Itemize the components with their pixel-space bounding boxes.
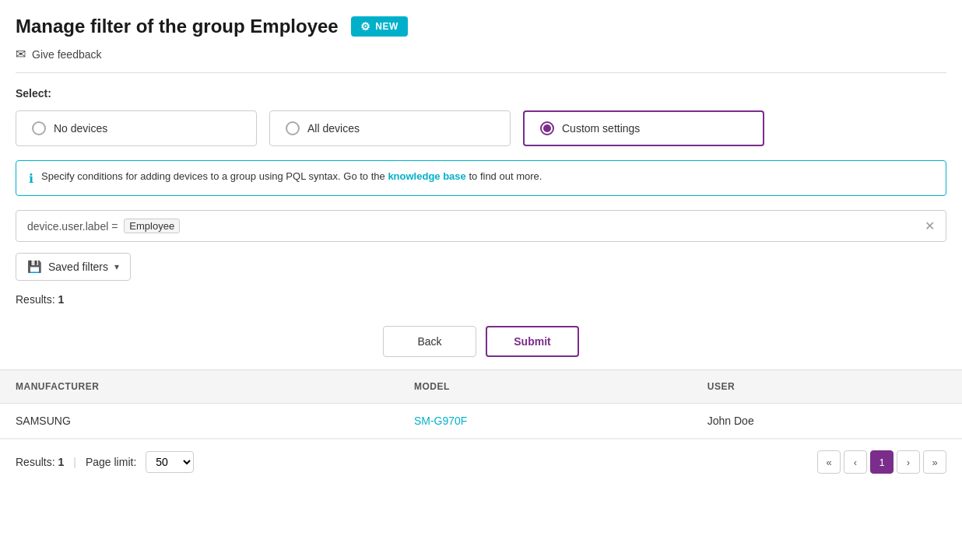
feedback-button[interactable]: ✉ Give feedback: [16, 47, 946, 61]
radio-circle-no-devices: [32, 121, 46, 135]
pagination-page-1[interactable]: 1: [870, 450, 894, 474]
envelope-icon: ✉: [16, 47, 26, 61]
page-title: Manage filter of the group Employee: [16, 16, 339, 37]
filter-query-prefix: device.user.label =: [27, 220, 118, 233]
col-model: MODEL: [398, 370, 692, 404]
filter-query: device.user.label = Employee: [27, 219, 180, 233]
table-section: MANUFACTURER MODEL USER SAMSUNG SM-G970F…: [0, 369, 962, 485]
filter-query-tag: Employee: [124, 219, 180, 233]
radio-label-custom-settings: Custom settings: [562, 122, 640, 135]
radio-circle-all-devices: [286, 121, 300, 135]
clear-filter-button[interactable]: ✕: [925, 219, 935, 233]
back-button[interactable]: Back: [383, 326, 476, 357]
radio-circle-custom-settings: [540, 121, 554, 135]
results-count-text: Results: 1: [16, 293, 946, 306]
page-limit-select[interactable]: 10 25 50 100: [146, 451, 194, 473]
radio-label-all-devices: All devices: [307, 122, 360, 135]
table-footer: Results: 1 | Page limit: 10 25 50 100 « …: [0, 439, 962, 485]
select-label: Select:: [16, 87, 946, 100]
feedback-label: Give feedback: [32, 48, 102, 61]
devices-table: MANUFACTURER MODEL USER SAMSUNG SM-G970F…: [0, 370, 962, 439]
saved-filters-icon: 💾: [27, 260, 42, 274]
header-row: Manage filter of the group Employee ⚙ NE…: [16, 16, 946, 37]
saved-filters-label: Saved filters: [48, 261, 108, 273]
chevron-down-icon: ▾: [114, 261, 119, 272]
cell-model[interactable]: SM-G970F: [398, 404, 692, 439]
new-badge-icon: ⚙: [360, 20, 371, 33]
info-box: ℹ Specify conditions for adding devices …: [16, 160, 946, 196]
table-header-row: MANUFACTURER MODEL USER: [0, 370, 962, 404]
footer-left: Results: 1 | Page limit: 10 25 50 100: [16, 451, 194, 473]
radio-all-devices[interactable]: All devices: [269, 110, 511, 146]
col-user: USER: [692, 370, 962, 404]
cell-manufacturer: SAMSUNG: [0, 404, 398, 439]
pagination-last[interactable]: »: [923, 450, 946, 474]
cell-user: John Doe: [692, 404, 962, 439]
radio-group: No devices All devices Custom settings: [16, 110, 946, 146]
pagination-first[interactable]: «: [817, 450, 841, 474]
footer-divider: |: [73, 456, 76, 468]
saved-filters-button[interactable]: 💾 Saved filters ▾: [16, 253, 131, 281]
info-text: Specify conditions for adding devices to…: [41, 170, 542, 182]
radio-custom-settings[interactable]: Custom settings: [523, 110, 764, 146]
submit-button[interactable]: Submit: [486, 326, 579, 357]
filter-input-row[interactable]: device.user.label = Employee ✕: [16, 210, 946, 242]
col-manufacturer: MANUFACTURER: [0, 370, 398, 404]
pagination: « ‹ 1 › »: [817, 450, 946, 474]
page-limit-label: Page limit:: [86, 456, 136, 468]
radio-label-no-devices: No devices: [54, 122, 107, 135]
knowledge-base-link[interactable]: knowledge base: [388, 170, 465, 182]
new-badge: ⚙ NEW: [351, 16, 408, 37]
radio-no-devices[interactable]: No devices: [16, 110, 257, 146]
divider: [16, 72, 946, 73]
info-icon: ℹ: [29, 171, 33, 186]
footer-results-text: Results: 1: [16, 456, 64, 468]
pagination-next[interactable]: ›: [897, 450, 920, 474]
action-buttons: Back Submit: [16, 318, 946, 369]
table-row: SAMSUNG SM-G970F John Doe: [0, 404, 962, 439]
pagination-prev[interactable]: ‹: [844, 450, 867, 474]
